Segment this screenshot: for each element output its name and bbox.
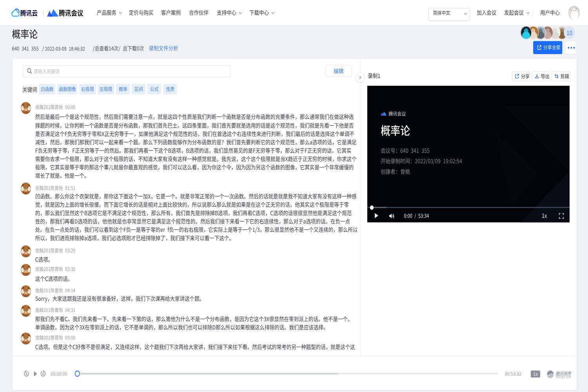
svg-text:5: 5 [42,372,44,376]
svg-text:5: 5 [25,372,27,376]
